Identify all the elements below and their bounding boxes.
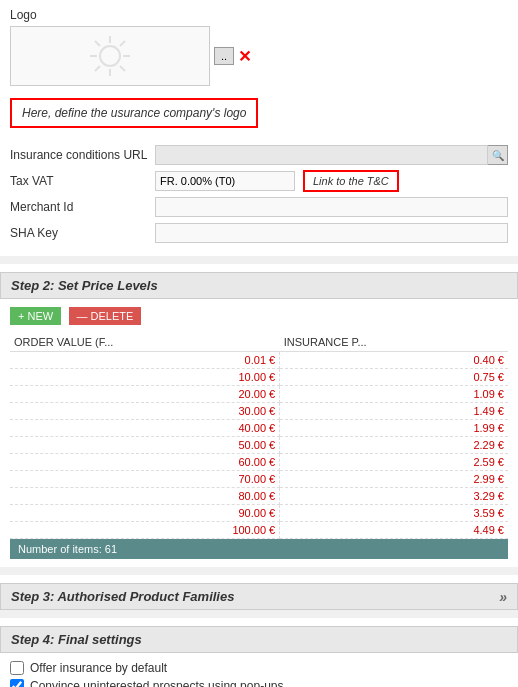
table-row[interactable]: 70.00 € 2.99 € [10,471,508,488]
final-settings-section: Offer insurance by default Convince unin… [0,653,518,687]
step2-title: Step 2: Set Price Levels [11,278,158,293]
insurance-price-cell: 2.59 € [280,454,508,471]
step3-header[interactable]: Step 3: Authorised Product Families » [0,583,518,610]
gap2 [0,567,518,575]
new-price-button[interactable]: NEW [10,307,61,325]
order-value-cell: 40.00 € [10,420,280,437]
insurance-price-cell: 3.29 € [280,488,508,505]
sha-key-label: SHA Key [10,226,155,240]
page-wrapper: Logo .. ✕ Here, define the [0,0,518,687]
merchant-id-row: Merchant Id [10,196,508,218]
insurance-price-cell: 2.29 € [280,437,508,454]
table-row[interactable]: 60.00 € 2.59 € [10,454,508,471]
insurance-url-search-button[interactable]: 🔍 [488,145,508,165]
insurance-price-cell: 1.09 € [280,386,508,403]
order-value-cell: 50.00 € [10,437,280,454]
order-value-cell: 20.00 € [10,386,280,403]
step4-title: Step 4: Final settings [11,632,142,647]
order-value-cell: 10.00 € [10,369,280,386]
order-value-cell: 80.00 € [10,488,280,505]
step3-title: Step 3: Authorised Product Families [11,589,234,604]
insurance-url-field-wrapper: 🔍 [155,145,508,165]
order-value-cell: 100.00 € [10,522,280,539]
svg-line-6 [120,66,125,71]
svg-line-7 [120,41,125,46]
step2-header: Step 2: Set Price Levels [0,272,518,299]
insurance-url-input[interactable] [155,145,488,165]
col-order-value-header: ORDER VALUE (F... [10,333,280,352]
price-levels-section: NEW DELETE ORDER VALUE (F... INSURANCE P… [0,299,518,567]
logo-hint-text: Here, define the usurance company's logo [22,106,246,120]
price-table-header-row: ORDER VALUE (F... INSURANCE P... [10,333,508,352]
table-row[interactable]: 80.00 € 3.29 € [10,488,508,505]
convince-prospects-label: Convince uninterested prospects using po… [30,679,284,687]
insurance-price-cell: 1.99 € [280,420,508,437]
step4-header: Step 4: Final settings [0,626,518,653]
logo-hint-box: Here, define the usurance company's logo [10,98,258,128]
logo-upload-area: .. ✕ [10,26,508,86]
table-row[interactable]: 0.01 € 0.40 € [10,352,508,369]
logo-placeholder-icon [80,31,140,81]
gap3 [0,610,518,618]
checkbox2-row: Convince uninterested prospects using po… [10,679,508,687]
order-value-cell: 90.00 € [10,505,280,522]
offer-insurance-label: Offer insurance by default [30,661,167,675]
tax-vat-area: Link to the T&C [155,170,508,192]
merchant-id-label: Merchant Id [10,200,155,214]
logo-image-area [10,26,210,86]
svg-line-5 [95,41,100,46]
order-value-cell: 60.00 € [10,454,280,471]
gap1 [0,256,518,264]
price-table-footer: Number of items: 61 [10,539,508,559]
insurance-price-cell: 4.49 € [280,522,508,539]
price-buttons-row: NEW DELETE [10,307,508,325]
checkbox1-row: Offer insurance by default [10,661,508,675]
insurance-price-cell: 1.49 € [280,403,508,420]
convince-prospects-checkbox[interactable] [10,679,24,687]
insurance-price-cell: 3.59 € [280,505,508,522]
insurance-price-cell: 0.40 € [280,352,508,369]
tax-vat-input[interactable] [155,171,295,191]
price-table-body: 0.01 € 0.40 € 10.00 € 0.75 € 20.00 € 1.0… [10,352,508,539]
tandc-hint-box: Link to the T&C [303,170,399,192]
tax-vat-label: Tax VAT [10,174,155,188]
sha-key-input[interactable] [155,223,508,243]
logo-section: Logo .. ✕ Here, define the [0,0,518,144]
insurance-url-row: Insurance conditions URL 🔍 [10,144,508,166]
table-row[interactable]: 40.00 € 1.99 € [10,420,508,437]
sha-key-row: SHA Key [10,222,508,244]
logo-label: Logo [10,8,508,22]
logo-browse-button[interactable]: .. [214,47,234,65]
table-row[interactable]: 90.00 € 3.59 € [10,505,508,522]
order-value-cell: 0.01 € [10,352,280,369]
insurance-price-cell: 0.75 € [280,369,508,386]
table-row[interactable]: 100.00 € 4.49 € [10,522,508,539]
table-row[interactable]: 30.00 € 1.49 € [10,403,508,420]
offer-insurance-checkbox[interactable] [10,661,24,675]
order-value-cell: 70.00 € [10,471,280,488]
order-value-cell: 30.00 € [10,403,280,420]
svg-point-0 [100,46,120,66]
logo-remove-button[interactable]: ✕ [238,47,251,66]
insurance-price-cell: 2.99 € [280,471,508,488]
table-row[interactable]: 10.00 € 0.75 € [10,369,508,386]
insurance-url-label: Insurance conditions URL [10,148,155,162]
svg-line-8 [95,66,100,71]
delete-price-button[interactable]: DELETE [69,307,142,325]
step3-expand-icon[interactable]: » [499,589,507,605]
price-table: ORDER VALUE (F... INSURANCE P... 0.01 € … [10,333,508,539]
tax-vat-row: Tax VAT Link to the T&C [10,170,508,192]
col-insurance-price-header: INSURANCE P... [280,333,508,352]
table-row[interactable]: 50.00 € 2.29 € [10,437,508,454]
merchant-id-input[interactable] [155,197,508,217]
form-section: Insurance conditions URL 🔍 Tax VAT Link … [0,144,518,256]
tandc-hint-text: Link to the T&C [313,175,389,187]
table-row[interactable]: 20.00 € 1.09 € [10,386,508,403]
